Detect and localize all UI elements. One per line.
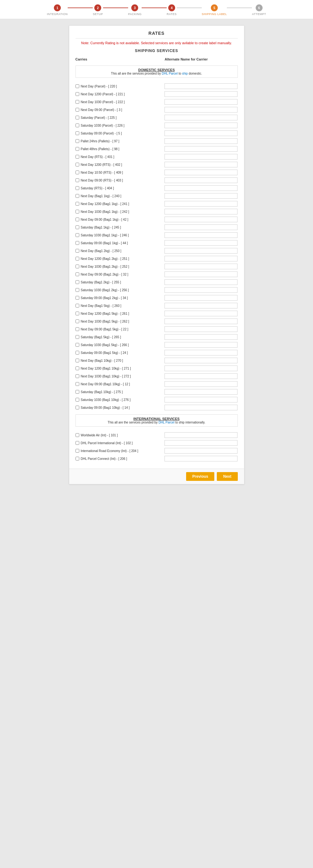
domestic-service-label-9[interactable]: Next Day (RTS) - [ 401 ] [75,155,165,159]
domestic-service-label-26[interactable]: Saturday 1030 (Bag1 2kg) - [ 256 ] [75,288,165,292]
domestic-service-checkbox-17[interactable] [75,218,79,221]
domestic-alt-input-38[interactable] [164,381,238,387]
domestic-alt-input-4[interactable] [164,115,238,120]
domestic-service-label-25[interactable]: Saturday (Bag1 2kg) - [ 255 ] [75,280,165,284]
domestic-service-checkbox-10[interactable] [75,163,79,166]
international-service-checkbox-1[interactable] [75,441,79,445]
domestic-service-label-23[interactable]: Next Day 1030 (Bag1 2kg) - [ 252 ] [75,265,165,269]
domestic-alt-input-7[interactable] [164,138,238,144]
domestic-service-checkbox-2[interactable] [75,100,79,104]
domestic-service-checkbox-25[interactable] [75,280,79,284]
domestic-service-checkbox-30[interactable] [75,319,79,323]
domestic-alt-input-26[interactable] [164,287,238,293]
domestic-service-checkbox-7[interactable] [75,139,79,143]
domestic-service-checkbox-41[interactable] [75,406,79,409]
domestic-service-checkbox-35[interactable] [75,359,79,362]
domestic-service-checkbox-12[interactable] [75,178,79,182]
domestic-service-checkbox-24[interactable] [75,272,79,276]
domestic-service-label-10[interactable]: Next Day 1200 (RTS) - [ 402 ] [75,163,165,167]
domestic-service-label-39[interactable]: Saturday (Bag1 10kg) - [ 275 ] [75,390,165,394]
domestic-alt-input-11[interactable] [164,169,238,175]
domestic-alt-input-34[interactable] [164,350,238,355]
domestic-service-checkbox-15[interactable] [75,202,79,206]
domestic-service-label-16[interactable]: Next Day 1030 (Bag1 1kg) - [ 242 ] [75,210,165,214]
domestic-alt-input-13[interactable] [164,185,238,191]
international-alt-input-0[interactable] [164,432,238,438]
domestic-alt-input-29[interactable] [164,311,238,316]
domestic-alt-input-37[interactable] [164,373,238,379]
step-setup[interactable]: 2 SETUP [93,4,103,16]
domestic-service-checkbox-4[interactable] [75,116,79,119]
domestic-service-checkbox-31[interactable] [75,327,79,331]
domestic-service-label-7[interactable]: Pallet 24hrs (Pallets) - [ 97 ] [75,139,165,143]
domestic-service-checkbox-9[interactable] [75,155,79,159]
domestic-service-label-14[interactable]: Next Day (Bag1 1kg) - [ 240 ] [75,194,165,198]
domestic-alt-input-14[interactable] [164,193,238,199]
domestic-service-checkbox-1[interactable] [75,92,79,96]
international-service-label-0[interactable]: Worldwide Air (Int) - [ 101 ] [75,433,165,437]
domestic-service-label-22[interactable]: Next Day 1200 (Bag1 2kg) - [ 251 ] [75,257,165,261]
domestic-service-label-38[interactable]: Next Day 09:00 (Bag1 10kg) - [ 12 ] [75,382,165,386]
domestic-alt-input-6[interactable] [164,130,238,136]
domestic-alt-input-18[interactable] [164,224,238,230]
domestic-alt-input-8[interactable] [164,146,238,152]
domestic-service-checkbox-6[interactable] [75,131,79,135]
domestic-alt-input-0[interactable] [164,83,238,89]
domestic-alt-input-35[interactable] [164,358,238,363]
domestic-service-checkbox-38[interactable] [75,382,79,386]
domestic-service-checkbox-39[interactable] [75,390,79,394]
international-alt-input-1[interactable] [164,440,238,446]
domestic-service-checkbox-3[interactable] [75,108,79,112]
domestic-service-label-3[interactable]: Next Day 09:00 (Parcel) - [ 3 ] [75,108,165,112]
domestic-service-label-29[interactable]: Next Day 1200 (Bag1 5kg) - [ 261 ] [75,312,165,316]
domestic-alt-input-19[interactable] [164,232,238,238]
domestic-service-label-36[interactable]: Next Day 1200 (Bag1 10kg) - [ 271 ] [75,367,165,371]
domestic-service-checkbox-29[interactable] [75,312,79,315]
international-alt-input-2[interactable] [164,448,238,454]
domestic-service-checkbox-36[interactable] [75,367,79,370]
domestic-alt-input-23[interactable] [164,264,238,269]
international-service-checkbox-2[interactable] [75,449,79,453]
domestic-service-checkbox-14[interactable] [75,194,79,198]
domestic-service-checkbox-13[interactable] [75,186,79,190]
step-shipping-label[interactable]: 5 SHIPPING LABEL [202,4,227,16]
domestic-service-checkbox-19[interactable] [75,233,79,237]
domestic-alt-input-33[interactable] [164,342,238,348]
domestic-alt-input-9[interactable] [164,154,238,160]
domestic-service-label-19[interactable]: Saturday 1030 (Bag1 1kg) - [ 246 ] [75,233,165,237]
domestic-service-checkbox-16[interactable] [75,210,79,214]
domestic-service-checkbox-23[interactable] [75,265,79,268]
international-service-label-3[interactable]: DHL Parcel Connect (Int) - [ 206 ] [75,457,165,461]
domestic-service-label-31[interactable]: Next Day 09:00 (Bag1 5kg) - [ 22 ] [75,327,165,331]
domestic-service-label-5[interactable]: Saturday 1030 (Parcel) - [ 226 ] [75,124,165,128]
domestic-alt-input-25[interactable] [164,279,238,285]
domestic-service-label-30[interactable]: Next Day 1030 (Bag1 5kg) - [ 262 ] [75,319,165,323]
domestic-service-checkbox-5[interactable] [75,124,79,127]
domestic-service-label-21[interactable]: Next Day (Bag1 2kg) - [ 250 ] [75,249,165,253]
domestic-alt-input-41[interactable] [164,405,238,410]
domestic-service-checkbox-28[interactable] [75,304,79,308]
domestic-service-checkbox-18[interactable] [75,225,79,229]
domestic-service-checkbox-33[interactable] [75,343,79,347]
domestic-alt-input-27[interactable] [164,295,238,301]
domestic-alt-input-20[interactable] [164,240,238,246]
domestic-alt-input-22[interactable] [164,256,238,261]
domestic-service-checkbox-11[interactable] [75,170,79,174]
domestic-service-checkbox-32[interactable] [75,335,79,339]
domestic-service-label-27[interactable]: Saturday 09:00 (Bag1 2kg) - [ 34 ] [75,296,165,300]
step-packing[interactable]: 3 PACKING [128,4,142,16]
domestic-service-label-13[interactable]: Saturday (RTS) - [ 404 ] [75,186,165,190]
domestic-service-label-35[interactable]: Next Day (Bag1 10kg) - [ 270 ] [75,359,165,363]
domestic-service-label-34[interactable]: Saturday 09:00 (Bag1 5kg) - [ 24 ] [75,351,165,355]
domestic-alt-input-10[interactable] [164,162,238,167]
domestic-service-label-1[interactable]: Next Day 1200 (Parcel) - [ 221 ] [75,92,165,96]
domestic-service-checkbox-21[interactable] [75,249,79,253]
domestic-alt-input-32[interactable] [164,334,238,340]
international-service-label-1[interactable]: DHL Parcel International (Int) - [ 102 ] [75,441,165,445]
domestic-service-label-24[interactable]: Next Day 09:00 (Bag1 2kg) - [ 32 ] [75,272,165,277]
domestic-service-label-33[interactable]: Saturday 1030 (Bag1 5kg) - [ 266 ] [75,343,165,347]
domestic-service-label-12[interactable]: Next Day 09:00 (RTS) - [ 403 ] [75,178,165,182]
domestic-service-label-15[interactable]: Next Day 1200 (Bag1 1kg) - [ 241 ] [75,202,165,206]
next-button[interactable]: Next [217,472,238,481]
domestic-alt-input-39[interactable] [164,389,238,395]
